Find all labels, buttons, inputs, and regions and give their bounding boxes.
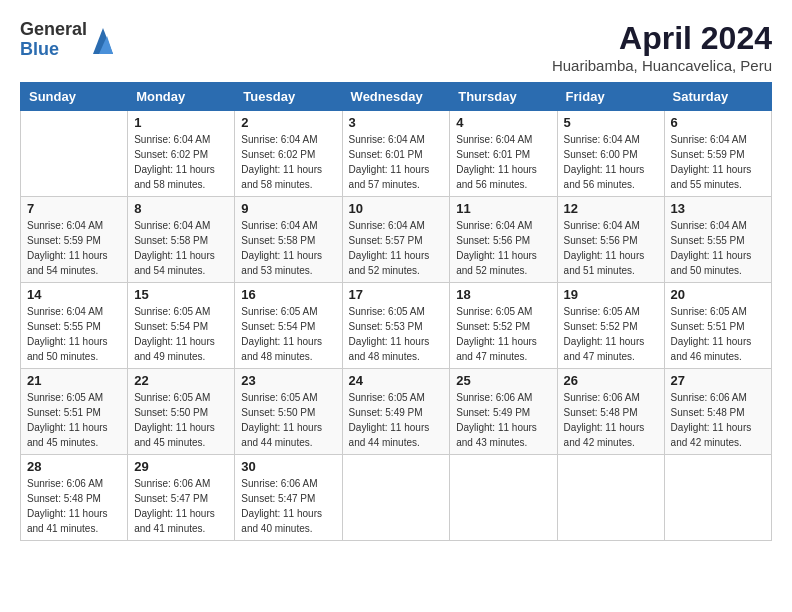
day-info: Sunrise: 6:05 AM Sunset: 5:50 PM Dayligh… [134, 390, 228, 450]
calendar-week-row: 14Sunrise: 6:04 AM Sunset: 5:55 PM Dayli… [21, 283, 772, 369]
calendar-day-cell: 14Sunrise: 6:04 AM Sunset: 5:55 PM Dayli… [21, 283, 128, 369]
calendar-day-cell: 27Sunrise: 6:06 AM Sunset: 5:48 PM Dayli… [664, 369, 771, 455]
day-number: 30 [241, 459, 335, 474]
day-number: 13 [671, 201, 765, 216]
calendar-day-cell [450, 455, 557, 541]
day-number: 12 [564, 201, 658, 216]
day-info: Sunrise: 6:04 AM Sunset: 5:55 PM Dayligh… [27, 304, 121, 364]
day-info: Sunrise: 6:04 AM Sunset: 5:59 PM Dayligh… [27, 218, 121, 278]
day-info: Sunrise: 6:05 AM Sunset: 5:52 PM Dayligh… [564, 304, 658, 364]
logo-blue: Blue [20, 40, 87, 60]
weekday-header-tuesday: Tuesday [235, 83, 342, 111]
day-number: 21 [27, 373, 121, 388]
calendar-day-cell: 1Sunrise: 6:04 AM Sunset: 6:02 PM Daylig… [128, 111, 235, 197]
day-info: Sunrise: 6:04 AM Sunset: 5:59 PM Dayligh… [671, 132, 765, 192]
day-number: 17 [349, 287, 444, 302]
day-number: 25 [456, 373, 550, 388]
day-number: 8 [134, 201, 228, 216]
calendar-day-cell: 9Sunrise: 6:04 AM Sunset: 5:58 PM Daylig… [235, 197, 342, 283]
day-info: Sunrise: 6:05 AM Sunset: 5:51 PM Dayligh… [27, 390, 121, 450]
weekday-header-thursday: Thursday [450, 83, 557, 111]
weekday-header-sunday: Sunday [21, 83, 128, 111]
weekday-header-wednesday: Wednesday [342, 83, 450, 111]
calendar-week-row: 28Sunrise: 6:06 AM Sunset: 5:48 PM Dayli… [21, 455, 772, 541]
calendar-day-cell: 26Sunrise: 6:06 AM Sunset: 5:48 PM Dayli… [557, 369, 664, 455]
day-number: 16 [241, 287, 335, 302]
day-info: Sunrise: 6:04 AM Sunset: 5:56 PM Dayligh… [456, 218, 550, 278]
day-info: Sunrise: 6:06 AM Sunset: 5:48 PM Dayligh… [564, 390, 658, 450]
day-info: Sunrise: 6:04 AM Sunset: 6:01 PM Dayligh… [349, 132, 444, 192]
day-number: 28 [27, 459, 121, 474]
day-number: 29 [134, 459, 228, 474]
calendar-day-cell: 4Sunrise: 6:04 AM Sunset: 6:01 PM Daylig… [450, 111, 557, 197]
day-number: 6 [671, 115, 765, 130]
day-info: Sunrise: 6:04 AM Sunset: 6:00 PM Dayligh… [564, 132, 658, 192]
month-title: April 2024 [552, 20, 772, 57]
calendar-week-row: 7Sunrise: 6:04 AM Sunset: 5:59 PM Daylig… [21, 197, 772, 283]
day-number: 5 [564, 115, 658, 130]
calendar-day-cell: 23Sunrise: 6:05 AM Sunset: 5:50 PM Dayli… [235, 369, 342, 455]
calendar-day-cell: 22Sunrise: 6:05 AM Sunset: 5:50 PM Dayli… [128, 369, 235, 455]
calendar-header-row: SundayMondayTuesdayWednesdayThursdayFrid… [21, 83, 772, 111]
location-subtitle: Huaribamba, Huancavelica, Peru [552, 57, 772, 74]
logo: General Blue [20, 20, 115, 60]
day-info: Sunrise: 6:06 AM Sunset: 5:48 PM Dayligh… [27, 476, 121, 536]
calendar-day-cell: 7Sunrise: 6:04 AM Sunset: 5:59 PM Daylig… [21, 197, 128, 283]
day-info: Sunrise: 6:06 AM Sunset: 5:47 PM Dayligh… [134, 476, 228, 536]
calendar-day-cell: 25Sunrise: 6:06 AM Sunset: 5:49 PM Dayli… [450, 369, 557, 455]
day-info: Sunrise: 6:04 AM Sunset: 6:02 PM Dayligh… [241, 132, 335, 192]
calendar-day-cell: 11Sunrise: 6:04 AM Sunset: 5:56 PM Dayli… [450, 197, 557, 283]
day-info: Sunrise: 6:05 AM Sunset: 5:50 PM Dayligh… [241, 390, 335, 450]
day-info: Sunrise: 6:06 AM Sunset: 5:47 PM Dayligh… [241, 476, 335, 536]
calendar-week-row: 1Sunrise: 6:04 AM Sunset: 6:02 PM Daylig… [21, 111, 772, 197]
day-number: 1 [134, 115, 228, 130]
day-number: 22 [134, 373, 228, 388]
calendar-day-cell: 28Sunrise: 6:06 AM Sunset: 5:48 PM Dayli… [21, 455, 128, 541]
day-number: 26 [564, 373, 658, 388]
day-number: 2 [241, 115, 335, 130]
calendar-week-row: 21Sunrise: 6:05 AM Sunset: 5:51 PM Dayli… [21, 369, 772, 455]
weekday-header-saturday: Saturday [664, 83, 771, 111]
calendar-day-cell: 21Sunrise: 6:05 AM Sunset: 5:51 PM Dayli… [21, 369, 128, 455]
day-info: Sunrise: 6:05 AM Sunset: 5:54 PM Dayligh… [134, 304, 228, 364]
calendar-day-cell: 17Sunrise: 6:05 AM Sunset: 5:53 PM Dayli… [342, 283, 450, 369]
day-number: 3 [349, 115, 444, 130]
day-number: 4 [456, 115, 550, 130]
day-number: 23 [241, 373, 335, 388]
day-info: Sunrise: 6:05 AM Sunset: 5:53 PM Dayligh… [349, 304, 444, 364]
calendar-day-cell: 18Sunrise: 6:05 AM Sunset: 5:52 PM Dayli… [450, 283, 557, 369]
calendar-table: SundayMondayTuesdayWednesdayThursdayFrid… [20, 82, 772, 541]
day-number: 11 [456, 201, 550, 216]
day-number: 24 [349, 373, 444, 388]
calendar-day-cell: 20Sunrise: 6:05 AM Sunset: 5:51 PM Dayli… [664, 283, 771, 369]
day-info: Sunrise: 6:05 AM Sunset: 5:52 PM Dayligh… [456, 304, 550, 364]
day-number: 9 [241, 201, 335, 216]
calendar-day-cell: 2Sunrise: 6:04 AM Sunset: 6:02 PM Daylig… [235, 111, 342, 197]
day-info: Sunrise: 6:04 AM Sunset: 5:57 PM Dayligh… [349, 218, 444, 278]
page-header: General Blue April 2024 Huaribamba, Huan… [20, 20, 772, 74]
day-info: Sunrise: 6:04 AM Sunset: 6:02 PM Dayligh… [134, 132, 228, 192]
weekday-header-monday: Monday [128, 83, 235, 111]
calendar-day-cell: 19Sunrise: 6:05 AM Sunset: 5:52 PM Dayli… [557, 283, 664, 369]
calendar-day-cell: 5Sunrise: 6:04 AM Sunset: 6:00 PM Daylig… [557, 111, 664, 197]
calendar-day-cell: 12Sunrise: 6:04 AM Sunset: 5:56 PM Dayli… [557, 197, 664, 283]
calendar-day-cell: 15Sunrise: 6:05 AM Sunset: 5:54 PM Dayli… [128, 283, 235, 369]
calendar-day-cell [21, 111, 128, 197]
calendar-day-cell: 30Sunrise: 6:06 AM Sunset: 5:47 PM Dayli… [235, 455, 342, 541]
day-info: Sunrise: 6:05 AM Sunset: 5:51 PM Dayligh… [671, 304, 765, 364]
calendar-day-cell [342, 455, 450, 541]
calendar-day-cell: 13Sunrise: 6:04 AM Sunset: 5:55 PM Dayli… [664, 197, 771, 283]
title-block: April 2024 Huaribamba, Huancavelica, Per… [552, 20, 772, 74]
day-number: 14 [27, 287, 121, 302]
day-info: Sunrise: 6:04 AM Sunset: 5:55 PM Dayligh… [671, 218, 765, 278]
calendar-day-cell: 29Sunrise: 6:06 AM Sunset: 5:47 PM Dayli… [128, 455, 235, 541]
day-info: Sunrise: 6:04 AM Sunset: 5:58 PM Dayligh… [134, 218, 228, 278]
day-info: Sunrise: 6:06 AM Sunset: 5:49 PM Dayligh… [456, 390, 550, 450]
logo-general: General [20, 20, 87, 40]
calendar-day-cell: 16Sunrise: 6:05 AM Sunset: 5:54 PM Dayli… [235, 283, 342, 369]
day-number: 27 [671, 373, 765, 388]
day-info: Sunrise: 6:04 AM Sunset: 5:58 PM Dayligh… [241, 218, 335, 278]
day-number: 19 [564, 287, 658, 302]
day-number: 7 [27, 201, 121, 216]
calendar-day-cell: 24Sunrise: 6:05 AM Sunset: 5:49 PM Dayli… [342, 369, 450, 455]
